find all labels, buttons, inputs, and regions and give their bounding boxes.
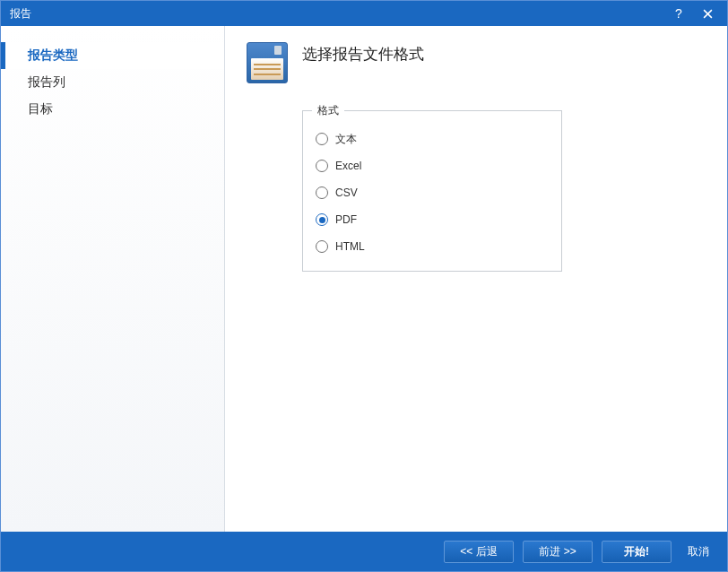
button-label: 开始!: [624, 544, 649, 559]
sidebar-item-target[interactable]: 目标: [1, 96, 224, 123]
format-group-label: 格式: [312, 103, 344, 118]
radio-excel[interactable]: Excel: [316, 152, 549, 179]
radio-icon: [316, 133, 328, 145]
radio-icon: [316, 160, 328, 172]
radio-label: HTML: [335, 240, 365, 253]
dialog-window: 报告 ? 报告类型 报告列 目标 选择报告文件格式: [0, 0, 728, 572]
next-button[interactable]: 前进 >>: [523, 541, 593, 563]
titlebar: 报告 ?: [1, 1, 727, 26]
save-icon: [247, 42, 288, 83]
sidebar-item-label: 报告类型: [28, 48, 78, 64]
button-label: 前进 >>: [539, 544, 576, 559]
sidebar: 报告类型 报告列 目标: [1, 26, 225, 532]
sidebar-item-label: 目标: [28, 101, 53, 117]
radio-label: Excel: [335, 160, 361, 172]
close-icon[interactable]: [693, 1, 722, 26]
sidebar-item-label: 报告列: [28, 74, 65, 91]
format-group: 格式 文本 Excel CSV PDF: [302, 110, 562, 272]
radio-html[interactable]: HTML: [316, 233, 549, 260]
help-icon[interactable]: ?: [664, 1, 693, 26]
radio-icon: [316, 240, 328, 253]
main-pane: 选择报告文件格式 格式 文本 Excel CSV PDF: [225, 26, 727, 532]
start-button[interactable]: 开始!: [602, 541, 672, 563]
radio-text[interactable]: 文本: [316, 126, 549, 152]
page-header: 选择报告文件格式: [247, 42, 706, 83]
window-title: 报告: [10, 6, 664, 22]
back-button[interactable]: << 后退: [444, 541, 514, 563]
cancel-button[interactable]: 取消: [680, 541, 716, 563]
page-title: 选择报告文件格式: [302, 42, 424, 65]
radio-csv[interactable]: CSV: [316, 179, 549, 206]
radio-icon: [316, 213, 328, 226]
button-label: << 后退: [460, 544, 497, 559]
radio-pdf[interactable]: PDF: [316, 206, 549, 233]
dialog-body: 报告类型 报告列 目标 选择报告文件格式 格式 文本: [1, 26, 727, 532]
button-label: 取消: [688, 544, 709, 559]
radio-icon: [316, 186, 328, 199]
radio-label: 文本: [335, 132, 357, 147]
sidebar-item-report-columns[interactable]: 报告列: [1, 69, 224, 96]
sidebar-item-report-type[interactable]: 报告类型: [1, 42, 224, 69]
radio-label: PDF: [335, 213, 357, 226]
footer: << 后退 前进 >> 开始! 取消: [1, 532, 727, 571]
radio-label: CSV: [335, 186, 358, 199]
